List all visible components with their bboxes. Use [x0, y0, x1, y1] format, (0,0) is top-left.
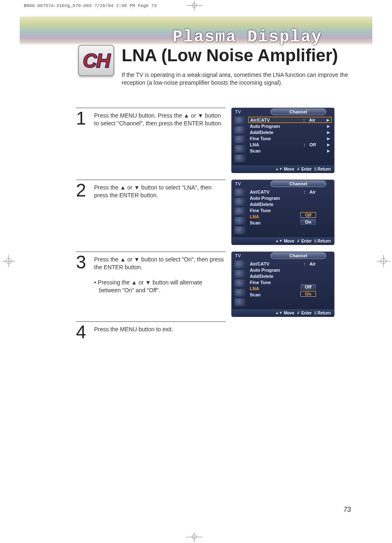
osd-item-lna[interactable]: LNA :	[248, 285, 332, 291]
osd-item-adddel[interactable]: Add/Delete	[248, 273, 332, 279]
osd-item-finetune[interactable]: Fine Tune ▶	[248, 135, 332, 141]
osd-item-aircatv[interactable]: Air/CATV : Air ▶	[248, 117, 332, 123]
input-icon	[234, 198, 246, 206]
osd-tv-label: TV	[233, 181, 250, 186]
osd-list: Air/CATV : Air Auto Program Add/Delete F…	[248, 259, 334, 310]
chevron-right-icon: ▶	[326, 143, 330, 147]
step-text: Press the MENU button to exit.	[94, 321, 224, 340]
step-number: 4	[76, 321, 87, 340]
step-3: 3 Press the ▲ or ▼ button to select "On"…	[76, 252, 351, 317]
step-text: Press the MENU button. Press the ▲ or ▼ …	[94, 108, 224, 173]
osd-footer: ▲▼Move ↲Enter ▯Return	[232, 165, 334, 173]
osd-item-aircatv[interactable]: Air/CATV : Air	[248, 261, 332, 267]
lna-option-on[interactable]: On	[300, 291, 316, 297]
crop-target-icon	[194, 532, 199, 542]
chevron-right-icon: ▶	[326, 124, 330, 128]
crop-target-icon	[194, 1, 199, 11]
chevron-right-icon: ▶	[326, 130, 330, 134]
lna-option-off[interactable]: Off	[300, 284, 316, 290]
enter-hint: ↲Enter	[297, 239, 312, 243]
return-hint: ▯Return	[314, 167, 331, 171]
osd-item-adddel[interactable]: Add/Delete ▶	[248, 129, 332, 135]
osd-tv-label: TV	[233, 109, 250, 114]
page-title: LNA (Low Noise Amplifier)	[122, 46, 338, 65]
osd-item-autoprog[interactable]: Auto Program	[248, 267, 332, 273]
channel-badge-text: CH	[83, 49, 109, 72]
step-text: Press the ▲ or ▼ button to select "LNA",…	[94, 180, 224, 245]
step-number: 1	[76, 108, 87, 173]
osd-item-finetune[interactable]: Fine Tune	[248, 279, 332, 285]
lna-options: Off On	[300, 284, 316, 297]
osd-item-autoprog[interactable]: Auto Program ▶	[248, 123, 332, 129]
osd-item-scan[interactable]: Scan ▶	[248, 148, 332, 154]
tv-icon	[234, 116, 246, 125]
osd-item-lna[interactable]: LNA :	[248, 213, 332, 220]
step-4: 4 Press the MENU button to exit.	[76, 321, 351, 340]
move-hint: ▲▼Move	[275, 311, 294, 315]
page-intro: If the TV is operating in a weak-signal …	[122, 71, 352, 87]
updown-icon: ▲▼	[275, 167, 283, 171]
osd-panel-2: TV Channel Air/CATV : Air Auto Program A…	[231, 180, 334, 245]
updown-icon: ▲▼	[275, 239, 283, 243]
osd-list: Air/CATV : Air ▶ Auto Program ▶ Add/Dele…	[248, 116, 334, 166]
picture-icon	[234, 279, 246, 287]
osd-item-scan[interactable]: Scan	[248, 220, 332, 226]
osd-sidebar	[232, 259, 248, 310]
step-number: 2	[76, 180, 87, 245]
chevron-right-icon: ▶	[326, 149, 330, 153]
page-number: 73	[344, 506, 351, 513]
updown-icon: ▲▼	[275, 311, 283, 315]
osd-item-lna[interactable]: LNA : Off ▶	[248, 141, 332, 148]
step-number: 3	[76, 252, 87, 317]
move-hint: ▲▼Move	[275, 167, 294, 171]
chevron-right-icon: ▶	[325, 118, 330, 122]
picture-icon	[234, 135, 246, 143]
lna-option-on[interactable]: On	[300, 219, 316, 225]
return-hint: ▯Return	[314, 239, 331, 243]
lna-options: Off On	[300, 212, 316, 225]
enter-icon: ↲	[297, 239, 300, 243]
crop-target-icon	[377, 255, 390, 267]
step-1: 1 Press the MENU button. Press the ▲ or …	[76, 108, 351, 173]
crop-target-icon	[2, 255, 15, 267]
osd-item-scan[interactable]: Scan	[248, 291, 332, 298]
return-icon: ▯	[314, 239, 316, 243]
osd-tab-channel: Channel	[270, 252, 326, 259]
banner-title: Plasma Display	[173, 28, 322, 46]
sound-icon	[234, 217, 246, 225]
sound-icon	[234, 145, 246, 153]
osd-item-aircatv[interactable]: Air/CATV : Air	[248, 189, 332, 195]
print-meta: BN68-00757A-X1Eng_070-085 7/26/04 2:06 P…	[24, 3, 157, 8]
osd-sidebar	[232, 116, 248, 166]
setup-icon	[234, 298, 246, 306]
osd-footer: ▲▼Move ↲Enter ▯Return	[232, 237, 334, 245]
osd-item-autoprog[interactable]: Auto Program	[248, 195, 332, 201]
osd-tab-channel: Channel	[270, 180, 326, 187]
enter-hint: ↲Enter	[297, 311, 312, 315]
osd-sidebar	[232, 187, 248, 238]
lna-option-off[interactable]: Off	[300, 212, 316, 218]
osd-panel-3: TV Channel Air/CATV : Air Auto Program A…	[231, 252, 334, 317]
enter-icon: ↲	[297, 167, 300, 171]
osd-panel-1: TV Channel Air/CATV : Air ▶ Auto Program	[231, 108, 334, 173]
input-icon	[234, 270, 246, 278]
enter-hint: ↲Enter	[297, 167, 312, 171]
step-text: Press the ▲ or ▼ button to select "On", …	[94, 252, 224, 317]
return-icon: ▯	[314, 167, 316, 171]
picture-icon	[234, 207, 246, 215]
channel-badge: CH	[78, 45, 114, 76]
osd-list: Air/CATV : Air Auto Program Add/Delete F…	[248, 187, 334, 238]
input-icon	[234, 126, 246, 134]
return-hint: ▯Return	[314, 311, 331, 315]
osd-tab-channel: Channel	[270, 109, 326, 115]
chevron-right-icon: ▶	[326, 136, 330, 141]
setup-icon	[234, 226, 246, 234]
osd-item-finetune[interactable]: Fine Tune	[248, 207, 332, 213]
tv-icon	[234, 188, 246, 196]
osd-item-adddel[interactable]: Add/Delete	[248, 201, 332, 207]
return-icon: ▯	[314, 311, 316, 315]
osd-footer: ▲▼Move ↲Enter ▯Return	[232, 309, 334, 317]
osd-tv-label: TV	[233, 253, 250, 258]
step-2: 2 Press the ▲ or ▼ button to select "LNA…	[76, 180, 351, 245]
setup-icon	[234, 154, 246, 162]
